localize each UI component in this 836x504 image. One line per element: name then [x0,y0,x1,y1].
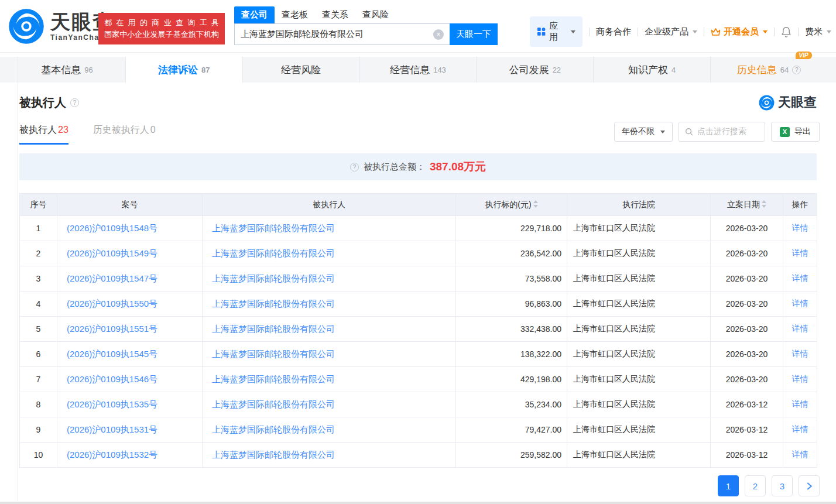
defendant-link[interactable]: 上海蓝梦国际邮轮股份有限公司 [212,299,335,308]
search-button[interactable]: 天眼一下 [450,23,498,45]
search-type-tabs: 查公司查老板查关系查风险 [234,7,498,23]
case-number-link[interactable]: (2026)沪0109执1550号 [67,299,157,308]
company-section-tabs: 基本信息96法律诉讼87经营风险经营信息143公司发展22知识产权4历史信息64… [0,57,836,83]
defendant-link[interactable]: 上海蓝梦国际邮轮股份有限公司 [212,248,335,258]
amount-cell: 138,322.00 [456,342,567,367]
defendant-link[interactable]: 上海蓝梦国际邮轮股份有限公司 [212,223,335,233]
apps-menu[interactable]: 应用 [530,16,583,47]
defendant-link[interactable]: 上海蓝梦国际邮轮股份有限公司 [212,399,335,409]
case-number-link[interactable]: (2026)沪0109执1551号 [67,324,157,334]
page-button-3[interactable]: 3 [772,475,793,496]
subtab-history-executed[interactable]: 历史被执行人0 [93,124,156,145]
detail-link[interactable]: 详情 [792,248,808,258]
user-menu[interactable]: 费米 [805,26,831,37]
tab-基本信息[interactable]: 基本信息96 [9,57,125,83]
case-number-link[interactable]: (2026)沪0109执1546号 [67,374,157,384]
summary-value: 387.08万元 [430,159,486,174]
slogan-line-1: 都在用的商业查询工具 [104,18,219,28]
tab-法律诉讼[interactable]: 法律诉讼87 [125,57,242,83]
defendant-link[interactable]: 上海蓝梦国际邮轮股份有限公司 [212,450,335,460]
tab-label: 公司发展 [509,63,549,77]
tab-经营信息[interactable]: 经营信息143 [359,57,477,83]
page-button-2[interactable]: 2 [745,475,766,496]
search-input[interactable]: 上海蓝梦国际邮轮股份有限公司 × [234,23,450,45]
amount-cell: 73,558.00 [456,266,567,292]
help-icon[interactable]: ? [350,163,359,172]
detail-link[interactable]: 详情 [792,349,808,358]
tab-历史信息[interactable]: 历史信息64VIP? [710,57,827,83]
export-label: 导出 [794,126,811,137]
tab-label: 经营信息 [390,63,430,77]
filing-date-cell: 2026-03-20 [711,292,783,317]
filing-date-cell: 2026-03-12 [711,392,783,417]
subtab-current-executed[interactable]: 被执行人23 [19,124,68,145]
case-number-cell: (2026)沪0109执1545号 [57,342,203,367]
detail-link[interactable]: 详情 [792,223,808,232]
case-number-cell: (2026)沪0109执1550号 [57,292,203,317]
detail-link[interactable]: 详情 [792,374,808,383]
nav-enterprise-products[interactable]: 企业级产品 [645,26,697,37]
chevron-down-icon [763,30,768,33]
defendant-link[interactable]: 上海蓝梦国际邮轮股份有限公司 [212,374,335,384]
tab-经营风险[interactable]: 经营风险 [242,57,359,83]
crown-icon [711,28,721,36]
search-type-tab[interactable]: 查关系 [315,6,355,23]
nav-open-vip[interactable]: 开通会员 [711,26,768,37]
detail-link[interactable]: 详情 [792,273,808,283]
bottom-divider [0,502,836,504]
tab-count: 96 [84,66,92,74]
court-cell: 上海市虹口区人民法院 [567,317,711,342]
detail-link[interactable]: 详情 [792,324,808,333]
search-type-tab[interactable]: 查老板 [275,6,315,23]
help-icon[interactable]: ? [70,98,79,107]
case-number-link[interactable]: (2026)沪0109执1548号 [67,223,157,233]
tab-count: 64 [780,66,789,74]
subtab-count: 23 [58,125,68,135]
detail-link[interactable]: 详情 [792,424,808,434]
sort-icon[interactable] [533,200,538,208]
amount-cell: 259,582.00 [456,443,567,468]
case-number-link[interactable]: (2026)沪0109执1545号 [67,349,157,359]
court-cell: 上海市虹口区人民法院 [567,266,711,292]
case-number-cell: (2026)沪0109执1531号 [57,417,203,443]
table-row: 1(2026)沪0109执1548号上海蓝梦国际邮轮股份有限公司229,718.… [20,216,817,241]
table-search-input[interactable]: 点击进行搜索 [679,122,765,142]
case-number-link[interactable]: (2026)沪0109执1531号 [67,424,157,434]
search-type-tab[interactable]: 查风险 [355,6,396,23]
next-page-button[interactable] [799,475,820,496]
search-type-tab[interactable]: 查公司 [234,6,275,23]
col-header-被执行人: 被执行人 [203,194,456,216]
help-icon[interactable]: ? [792,66,801,74]
table-row: 10(2026)沪0109执1532号上海蓝梦国际邮轮股份有限公司259,582… [20,443,817,468]
case-number-cell: (2026)沪0109执1549号 [57,241,203,266]
defendant-cell: 上海蓝梦国际邮轮股份有限公司 [203,367,456,392]
detail-link[interactable]: 详情 [792,450,808,459]
sort-icon[interactable] [762,200,766,208]
defendant-link[interactable]: 上海蓝梦国际邮轮股份有限公司 [212,424,335,434]
court-cell: 上海市虹口区人民法院 [567,417,711,443]
detail-link[interactable]: 详情 [792,399,808,409]
summary-label: 被执行总金额： [364,162,425,173]
action-cell: 详情 [783,317,817,342]
case-number-link[interactable]: (2026)沪0109执1535号 [67,399,157,409]
court-cell: 上海市虹口区人民法院 [567,367,711,392]
case-number-link[interactable]: (2026)沪0109执1547号 [67,273,157,283]
export-button[interactable]: X 导出 [771,122,820,142]
year-filter-dropdown[interactable]: 年份不限 [614,122,673,142]
case-number-link[interactable]: (2026)沪0109执1549号 [67,248,157,258]
detail-link[interactable]: 详情 [792,299,808,308]
case-number-link[interactable]: (2026)沪0109执1532号 [67,450,157,460]
page-button-1[interactable]: 1 [718,475,739,496]
defendant-link[interactable]: 上海蓝梦国际邮轮股份有限公司 [212,273,335,283]
notifications-button[interactable] [781,26,792,37]
tab-label: 知识产权 [628,63,668,77]
nav-business-cooperation[interactable]: 商务合作 [596,26,631,37]
defendant-link[interactable]: 上海蓝梦国际邮轮股份有限公司 [212,324,335,334]
filing-date-cell: 2026-03-12 [711,417,783,443]
clear-icon[interactable]: × [433,29,444,40]
table-row: 3(2026)沪0109执1547号上海蓝梦国际邮轮股份有限公司73,558.0… [20,266,817,292]
defendant-link[interactable]: 上海蓝梦国际邮轮股份有限公司 [212,349,335,359]
tab-知识产权[interactable]: 知识产权4 [593,57,710,83]
col-header-label: 立案日期 [727,200,760,209]
tab-公司发展[interactable]: 公司发展22 [476,57,593,83]
